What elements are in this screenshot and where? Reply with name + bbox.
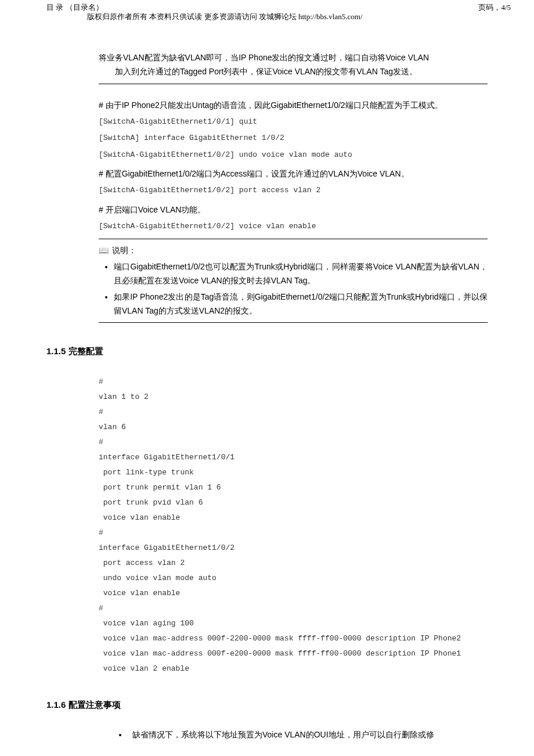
- cmd-line: [SwitchA] interface GigabitEthernet 1/0/…: [99, 132, 488, 145]
- cmd-line: [SwitchA-GigabitEthernet1/0/2] undo voic…: [99, 149, 488, 161]
- section-116-list: 缺省情况下，系统将以下地址预置为Voice VLAN的OUI地址，用户可以自行删…: [99, 728, 488, 742]
- block2-text: # 配置GigabitEthernet1/0/2端口为Access端口，设置允许…: [99, 167, 488, 181]
- note-header: 说明：: [99, 244, 488, 258]
- section-116-title: 1.1.6 配置注意事项: [0, 700, 534, 711]
- note-bullet: 如果IP Phone2发出的是Tag语音流，则GigabitEthernet1/…: [114, 290, 488, 318]
- main-content: 将业务VLAN配置为缺省VLAN即可，当IP Phone发出的报文通过时，端口自…: [0, 22, 534, 323]
- block3-text: # 开启端口Voice VLAN功能。: [99, 203, 488, 217]
- intro-line2: 加入到允许通过的Tagged Port列表中，保证Voice VLAN的报文带有…: [99, 65, 417, 79]
- intro-paragraph: 将业务VLAN配置为缺省VLAN即可，当IP Phone发出的报文通过时，端口自…: [99, 51, 488, 79]
- section-116-bullet: 缺省情况下，系统将以下地址预置为Voice VLAN的OUI地址，用户可以自行删…: [128, 728, 488, 742]
- section-115-title: 1.1.5 完整配置: [0, 346, 534, 357]
- divider: [99, 239, 488, 239]
- cmd-line: [SwitchA-GigabitEthernet1/0/2] voice vla…: [99, 220, 488, 233]
- cmd-line: [SwitchA-GigabitEthernet1/0/1] quit: [99, 116, 488, 128]
- block1-text: # 由于IP Phone2只能发出Untag的语音流，因此GigabitEthe…: [99, 99, 488, 113]
- section-116-body: 缺省情况下，系统将以下地址预置为Voice VLAN的OUI地址，用户可以自行删…: [0, 728, 534, 742]
- note-bullet: 端口GigabitEthernet1/0/2也可以配置为Trunk或Hybrid…: [114, 260, 488, 288]
- page-number: 页码，4/5: [478, 2, 511, 13]
- copyright-line: 版权归原作者所有 本资料只供试读 更多资源请访问 攻城狮论坛 http://bb…: [0, 12, 534, 22]
- cmd-line: [SwitchA-GigabitEthernet1/0/2] port acce…: [99, 184, 488, 197]
- note-label: 说明：: [112, 244, 136, 258]
- page-header: 目 录 （目录名） 页码，4/5: [0, 0, 534, 13]
- divider: [99, 84, 488, 84]
- book-icon: [99, 244, 109, 258]
- full-config-block: # vlan 1 to 2 # vlan 6 # interface Gigab…: [0, 375, 534, 676]
- intro-line1: 将业务VLAN配置为缺省VLAN即可，当IP Phone发出的报文通过时，端口自…: [99, 53, 429, 62]
- divider: [99, 322, 488, 323]
- note-list: 端口GigabitEthernet1/0/2也可以配置为Trunk或Hybrid…: [99, 260, 488, 318]
